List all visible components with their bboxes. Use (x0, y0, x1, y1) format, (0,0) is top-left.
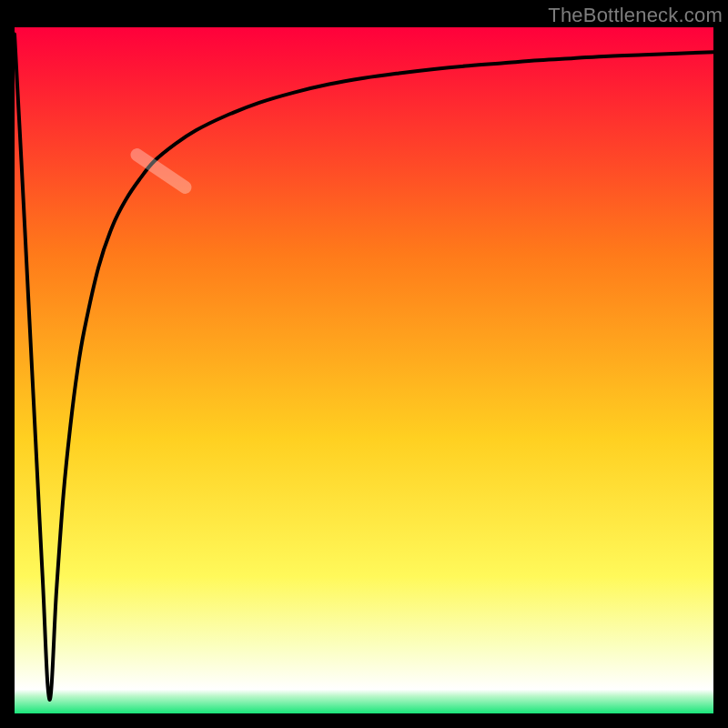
plot-background-gradient (15, 27, 713, 713)
plot-frame (15, 27, 713, 713)
svg-rect-0 (15, 27, 713, 713)
attribution-label: TheBottleneck.com (548, 4, 723, 27)
root: TheBottleneck.com (0, 0, 728, 728)
